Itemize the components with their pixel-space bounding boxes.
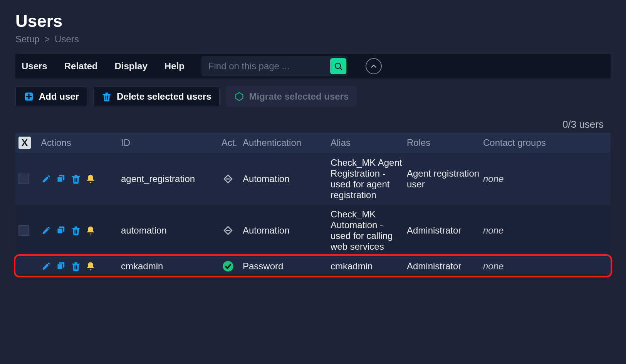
sync-icon <box>222 225 234 236</box>
trash-icon <box>101 91 112 102</box>
cell-auth: Automation <box>243 225 327 236</box>
cell-act <box>216 260 240 272</box>
search-wrap <box>201 56 347 76</box>
cell-roles: Agent registration user <box>407 168 480 190</box>
sync-icon <box>222 173 234 185</box>
col-roles[interactable]: Roles <box>407 137 480 148</box>
clone-icon[interactable] <box>55 225 67 236</box>
cell-id: cmkadmin <box>121 261 213 272</box>
edit-icon[interactable] <box>41 260 52 272</box>
cell-alias: Check_MK Automation - used for calling w… <box>331 209 404 252</box>
users-table: X Actions ID Act. Authentication Alias R… <box>15 133 611 276</box>
notify-icon[interactable] <box>85 260 96 272</box>
delete-selected-button[interactable]: Delete selected users <box>93 86 219 107</box>
search-input[interactable] <box>207 57 330 75</box>
plus-icon <box>23 91 34 102</box>
edit-icon[interactable] <box>41 173 52 185</box>
delete-icon[interactable] <box>70 173 82 185</box>
col-alias[interactable]: Alias <box>331 137 404 148</box>
breadcrumb-setup[interactable]: Setup <box>15 34 40 44</box>
cell-alias: Check_MK Agent Registration - used for a… <box>331 157 404 200</box>
col-actions: Actions <box>41 137 118 148</box>
menubar: Users Related Display Help <box>15 54 611 78</box>
cell-roles: Administrator <box>407 261 480 272</box>
notify-icon[interactable] <box>85 225 96 236</box>
delete-icon[interactable] <box>70 260 82 272</box>
edit-icon[interactable] <box>41 225 52 236</box>
add-user-button[interactable]: Add user <box>15 86 87 107</box>
menu-users[interactable]: Users <box>19 58 50 75</box>
hexagon-icon <box>234 91 245 102</box>
select-all-toggle[interactable]: X <box>18 137 31 149</box>
cell-auth: Password <box>243 261 327 272</box>
notify-icon[interactable] <box>85 173 96 185</box>
cell-contact-groups: none <box>483 261 568 272</box>
cell-roles: Administrator <box>407 225 480 236</box>
col-auth[interactable]: Authentication <box>243 137 327 148</box>
collapse-button[interactable] <box>366 58 382 74</box>
col-act[interactable]: Act. <box>216 137 240 148</box>
clone-icon[interactable] <box>55 260 67 272</box>
breadcrumb-sep: > <box>44 34 50 44</box>
user-counter: 0/3 users <box>15 119 611 130</box>
delete-icon[interactable] <box>70 225 82 236</box>
toolbar: Add user Delete selected users Migrate s… <box>15 86 611 107</box>
table-row: agent_registrationAutomationCheck_MK Age… <box>15 153 611 204</box>
row-checkbox[interactable] <box>18 174 29 184</box>
migrate-selected-button[interactable]: Migrate selected users <box>226 86 357 107</box>
cell-id: automation <box>121 225 213 236</box>
search-icon <box>334 62 343 71</box>
page-title: Users <box>15 12 611 31</box>
cell-alias: cmkadmin <box>331 261 404 272</box>
cell-act <box>216 225 240 236</box>
clone-icon[interactable] <box>55 173 67 185</box>
table-header: X Actions ID Act. Authentication Alias R… <box>15 133 611 153</box>
table-row: cmkadminPasswordcmkadminAdministratornon… <box>15 256 611 276</box>
search-button[interactable] <box>330 58 346 74</box>
menu-help[interactable]: Help <box>162 58 187 75</box>
row-checkbox[interactable] <box>18 225 29 236</box>
cell-contact-groups: none <box>483 225 568 236</box>
delete-selected-label: Delete selected users <box>117 91 211 102</box>
chevron-up-icon <box>369 62 378 70</box>
cell-contact-groups: none <box>483 174 568 184</box>
cell-auth: Automation <box>243 174 327 184</box>
migrate-selected-label: Migrate selected users <box>249 91 349 102</box>
cell-act <box>216 173 240 185</box>
add-user-label: Add user <box>39 91 79 102</box>
col-id[interactable]: ID <box>121 137 213 148</box>
cell-id: agent_registration <box>121 174 213 184</box>
menu-related[interactable]: Related <box>62 58 100 75</box>
col-cg[interactable]: Contact groups <box>483 137 568 148</box>
table-row: automationAutomationCheck_MK Automation … <box>15 204 611 256</box>
menu-display[interactable]: Display <box>112 58 149 75</box>
breadcrumb: Setup > Users <box>15 34 611 45</box>
breadcrumb-users[interactable]: Users <box>55 34 79 44</box>
check-ok-icon <box>222 260 234 272</box>
